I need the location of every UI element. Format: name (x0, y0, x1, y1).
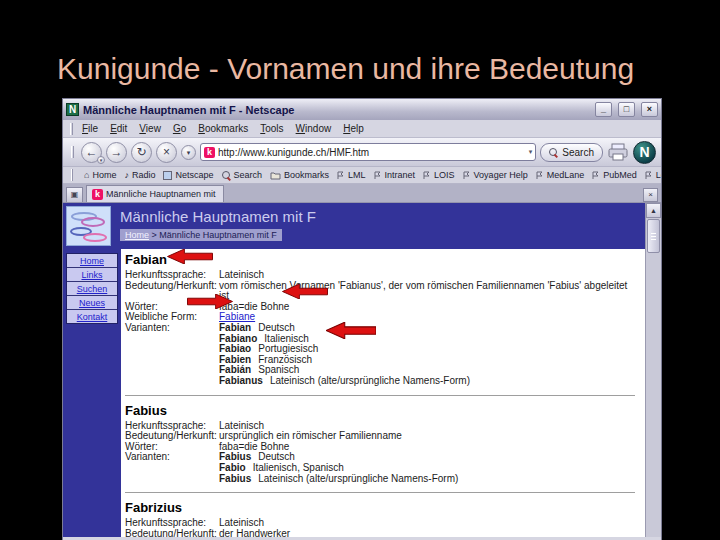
field-label: Bedeutung/Herkunft: (125, 281, 219, 302)
maximize-button[interactable]: □ (618, 102, 635, 117)
bookmark-tag-icon (463, 171, 471, 180)
netscape-window: N Männliche Hauptnamen mit F - Netscape … (62, 98, 662, 540)
variant-name: Fabien (219, 354, 251, 365)
navigation-toolbar: ←▾ → ↻ × ▾ k http://www.kunigunde.ch/HMF… (63, 138, 661, 167)
personal-toolbar: ⌂Home♪RadioNetscapeSearchBookmarksLMLInt… (63, 167, 661, 184)
bookmark-radio[interactable]: ♪Radio (124, 170, 155, 180)
browser-content: Männliche Hauptnamen mit F Home > Männli… (63, 203, 661, 537)
field-text: Lateinisch (219, 517, 264, 528)
scroll-up-button[interactable]: ▲ (646, 203, 661, 218)
bookmark-lml[interactable]: LML (337, 170, 366, 180)
menu-edit[interactable]: Edit (104, 122, 133, 135)
back-history-dropdown[interactable]: ▾ (97, 156, 105, 164)
toolbar-grip[interactable] (71, 146, 74, 158)
toolbar-grip[interactable] (71, 169, 73, 181)
menu-help[interactable]: Help (337, 122, 370, 135)
bookmark-search[interactable]: Search (222, 170, 263, 180)
menu-view[interactable]: View (133, 122, 167, 135)
toolbar-grip[interactable] (70, 123, 73, 135)
variant-language: Portugiesisch (258, 343, 318, 354)
new-tab-button[interactable]: ▣ (66, 187, 83, 202)
variant-language: Spanisch (258, 364, 299, 375)
menu-file[interactable]: File (76, 122, 104, 135)
bookmark-label: MedLane (547, 170, 585, 180)
entry-fabrizius: FabriziusHerkunftssprache:LateinischBede… (125, 500, 639, 537)
field-text: faba=die Bohne (219, 301, 289, 312)
netscape-logo[interactable]: N (633, 141, 656, 164)
variant-line: FabianoItalienisch (219, 334, 470, 345)
bookmark-bookmarks[interactable]: Bookmarks (270, 170, 329, 180)
sidebar-item-home[interactable]: Home (67, 254, 117, 268)
address-bar[interactable]: k http://www.kunigunde.ch/HMF.htm ▾ (200, 143, 536, 161)
variant-language: Französisch (258, 354, 312, 365)
sidebar-item-neues[interactable]: Neues (67, 296, 117, 310)
stop-button[interactable]: × (156, 142, 177, 163)
variant-name: Fabius (219, 473, 251, 484)
bookmark-voyager-help[interactable]: Voyager Help (463, 170, 528, 180)
breadcrumb-home-link[interactable]: Home (125, 230, 149, 240)
window-titlebar[interactable]: N Männliche Hauptnamen mit F - Netscape … (63, 99, 661, 120)
page-body: HomeLinksSuchenNeuesKontakt FabianHerkun… (63, 249, 645, 537)
bookmark-medlane[interactable]: MedLane (536, 170, 585, 180)
menu-window[interactable]: Window (290, 122, 338, 135)
search-button[interactable]: Search (540, 143, 603, 162)
bookmark-pubmed[interactable]: PubMed (592, 170, 637, 180)
location-dropdown-button[interactable]: ▾ (181, 145, 196, 160)
sidebar-item-links[interactable]: Links (67, 268, 117, 282)
breadcrumb-separator: > (152, 230, 157, 240)
sidebar-nav: HomeLinksSuchenNeuesKontakt (66, 253, 118, 324)
field-label: Herkunftssprache: (125, 270, 219, 281)
bookmark-locator[interactable]: Locator (645, 170, 661, 180)
url-input[interactable]: http://www.kunigunde.ch/HMF.htm (218, 147, 526, 158)
entry-row: Varianten:FabianDeutschFabianoItalienisc… (125, 323, 639, 387)
entry-row: Bedeutung/Herkunft:der Handwerkerursprün… (125, 529, 639, 537)
field-value: FabiusDeutschFabioItalienisch, SpanischF… (219, 452, 458, 484)
close-button[interactable]: × (641, 102, 658, 117)
variant-name: Fabianus (219, 375, 263, 386)
menu-bar: FileEditViewGoBookmarksToolsWindowHelp (63, 120, 661, 138)
bookmark-netscape[interactable]: Netscape (163, 170, 213, 180)
url-dropdown-icon[interactable]: ▾ (529, 148, 533, 156)
kunigunde-logo (66, 206, 111, 246)
field-label: Varianten: (125, 323, 219, 387)
breadcrumb-current: Männliche Hauptnamen mit F (159, 230, 277, 240)
variant-name: Fabiao (219, 343, 251, 354)
variant-line: FabianusLateinisch (alte/ursprüngliche N… (219, 376, 470, 387)
forward-button[interactable]: → (106, 142, 127, 163)
bookmark-label: Intranet (385, 170, 416, 180)
field-value: der Handwerkerursprünglich ein römischer… (219, 529, 561, 537)
close-tab-button[interactable]: × (643, 188, 658, 202)
tab-bar: ▣ k Männliche Hauptnamen mit F × (63, 184, 661, 203)
bookmark-lois[interactable]: LOIS (423, 170, 455, 180)
menu-go[interactable]: Go (167, 122, 192, 135)
tab-label: Männliche Hauptnamen mit F (106, 189, 218, 199)
bookmark-home[interactable]: ⌂Home (84, 170, 116, 180)
entry-heading: Fabrizius (125, 500, 639, 515)
bookmark-tag-icon (337, 171, 345, 180)
tab-maennliche-hauptnamen[interactable]: k Männliche Hauptnamen mit F (86, 185, 224, 202)
menu-bookmarks[interactable]: Bookmarks (192, 122, 254, 135)
sidebar-item-kontakt[interactable]: Kontakt (67, 310, 117, 323)
vertical-scrollbar[interactable]: ▲ (645, 203, 661, 537)
variant-language: Lateinisch (alte/ursprüngliche Namens-Fo… (258, 473, 458, 484)
menu-tools[interactable]: Tools (254, 122, 289, 135)
name-entries: FabianHerkunftssprache:LateinischBedeutu… (121, 249, 645, 537)
back-button[interactable]: ←▾ (81, 142, 102, 163)
scrollbar-thumb[interactable] (647, 219, 660, 253)
entry-heading: Fabius (125, 403, 639, 418)
breadcrumb: Home > Männliche Hauptnamen mit F (120, 229, 282, 241)
site-favicon: k (204, 147, 215, 158)
minimize-button[interactable]: _ (595, 102, 612, 117)
reload-button[interactable]: ↻ (131, 142, 152, 163)
weibliche-form-link[interactable]: Fabiane (219, 311, 255, 322)
search-icon (222, 171, 231, 180)
variant-line: FabiusLateinisch (alte/ursprüngliche Nam… (219, 474, 458, 485)
variant-name: Fabio (219, 462, 246, 473)
bookmark-label: LML (348, 170, 366, 180)
bookmark-intranet[interactable]: Intranet (374, 170, 416, 180)
entry-row: Wörter:faba=die Bohne (125, 442, 639, 453)
variant-language: Deutsch (258, 322, 295, 333)
print-icon[interactable] (607, 143, 629, 161)
field-text: vom römischen Vornamen 'Fabianus', der v… (219, 280, 627, 302)
sidebar-item-suchen[interactable]: Suchen (67, 282, 117, 296)
